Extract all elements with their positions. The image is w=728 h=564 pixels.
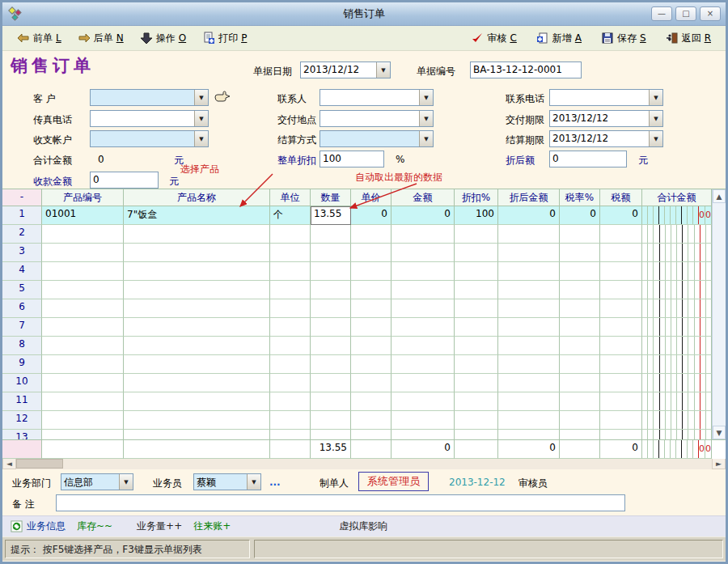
grid-cell[interactable] [560, 225, 600, 244]
grid-cell[interactable] [392, 225, 455, 244]
grid-cell[interactable] [560, 411, 600, 430]
grid-cell[interactable] [455, 244, 498, 262]
discounted-amount-input[interactable]: 0 [549, 151, 627, 168]
doc-no-input[interactable]: BA-13-12-12-0001 [470, 61, 582, 78]
grid-cell[interactable] [351, 281, 392, 299]
order-discount-input[interactable]: 100 [320, 151, 384, 168]
grid-cell[interactable] [392, 281, 455, 299]
grid-cell[interactable] [498, 299, 560, 318]
row-number-cell[interactable]: 1 [2, 206, 42, 225]
fax-select[interactable]: ▼ [90, 110, 209, 127]
grid-cell[interactable] [124, 262, 270, 281]
row-number-cell[interactable]: 3 [2, 244, 42, 262]
contact-select[interactable]: ▼ [320, 89, 434, 106]
grid-cell[interactable] [311, 411, 351, 430]
vertical-scrollbar[interactable]: ▲ ▼ [712, 189, 726, 439]
grid-cell[interactable] [392, 430, 455, 439]
grid-cell[interactable] [42, 318, 124, 337]
delivery-date-select[interactable]: 2013/12/12 ▼ [549, 110, 663, 127]
audit-button[interactable]: 审核C [466, 30, 521, 47]
grid-cell[interactable] [42, 262, 124, 281]
grid-cell[interactable] [498, 244, 560, 262]
received-amount-input[interactable]: 0 [90, 172, 159, 189]
account-select[interactable]: ▼ [90, 130, 209, 147]
return-button[interactable]: 返回R [661, 30, 716, 47]
grid-cell[interactable]: 100 [455, 206, 498, 225]
grid-cell[interactable] [351, 411, 392, 430]
row-number-cell[interactable]: 13 [2, 430, 42, 439]
grid-cell[interactable] [42, 244, 124, 262]
grid-cell[interactable] [560, 281, 600, 299]
grid-cell[interactable] [351, 337, 392, 355]
grid-cell[interactable] [42, 411, 124, 430]
prev-order-button[interactable]: 前单L [12, 30, 66, 47]
grid-cell[interactable] [124, 318, 270, 337]
contact-phone-select[interactable]: ▼ [549, 89, 663, 106]
grid-cell[interactable] [124, 392, 270, 411]
grid-cell[interactable] [498, 225, 560, 244]
row-number-cell[interactable]: 2 [2, 225, 42, 244]
minimize-button[interactable]: — [651, 6, 672, 21]
grid-cell[interactable]: 7"饭盒 [124, 206, 270, 225]
grid-cell[interactable] [124, 430, 270, 439]
grid-cell[interactable] [270, 392, 311, 411]
operation-button[interactable]: 操作O [135, 30, 191, 47]
grid-cell[interactable] [124, 374, 270, 392]
grid-cell[interactable] [311, 337, 351, 355]
grid-cell[interactable] [351, 355, 392, 374]
more-button[interactable]: ... [269, 477, 281, 488]
grid-cell[interactable]: 0 [392, 206, 455, 225]
grid-cell[interactable]: 13.55 [311, 206, 351, 225]
grid-cell[interactable] [351, 374, 392, 392]
chevron-down-icon[interactable]: ▼ [194, 111, 208, 126]
chevron-down-icon[interactable]: ▼ [194, 90, 208, 105]
next-order-button[interactable]: 后单N [73, 30, 129, 47]
chevron-down-icon[interactable]: ▼ [194, 131, 208, 146]
grid-cell[interactable] [124, 411, 270, 430]
grid-cell[interactable] [42, 355, 124, 374]
row-number-cell[interactable]: 5 [2, 281, 42, 299]
chevron-down-icon[interactable]: ▼ [649, 111, 662, 126]
row-number-cell[interactable]: 4 [2, 262, 42, 281]
grid-cell[interactable] [498, 262, 560, 281]
grid-cell[interactable] [351, 318, 392, 337]
grid-cell[interactable] [455, 411, 498, 430]
grid-cell[interactable] [270, 355, 311, 374]
row-number-cell[interactable]: 7 [2, 318, 42, 337]
current-account-link[interactable]: 往来账+ [193, 519, 231, 533]
grid-cell[interactable] [124, 244, 270, 262]
grid-cell[interactable] [560, 392, 600, 411]
grid-cell[interactable] [392, 374, 455, 392]
grid-cell[interactable] [560, 318, 600, 337]
grid-cell[interactable] [270, 262, 311, 281]
grid-cell[interactable] [270, 374, 311, 392]
grid-cell[interactable] [270, 337, 311, 355]
grid-cell[interactable] [455, 337, 498, 355]
grid-cell[interactable]: 0 [498, 206, 560, 225]
scroll-right-icon[interactable]: ► [712, 458, 726, 469]
customer-select[interactable]: ▼ [90, 89, 209, 106]
refresh-icon[interactable] [11, 520, 23, 532]
grid-cell[interactable] [455, 281, 498, 299]
grid-cell[interactable] [311, 374, 351, 392]
grid-cell[interactable] [560, 355, 600, 374]
settle-method-select[interactable]: ▼ [320, 130, 434, 147]
row-number-cell[interactable]: 11 [2, 392, 42, 411]
pointing-hand-icon[interactable] [214, 90, 231, 104]
grid-cell[interactable] [311, 355, 351, 374]
doc-date-select[interactable]: 2013/12/12 ▼ [300, 61, 391, 78]
grid-cell[interactable] [455, 225, 498, 244]
grid-cell[interactable] [560, 374, 600, 392]
grid-cell[interactable] [270, 411, 311, 430]
chevron-down-icon[interactable]: ▼ [247, 474, 260, 490]
grid-cell[interactable] [270, 244, 311, 262]
grid-cell[interactable] [42, 337, 124, 355]
grid-cell[interactable] [42, 374, 124, 392]
dept-select[interactable]: 信息部 ▼ [61, 473, 133, 490]
grid-cell[interactable] [392, 411, 455, 430]
grid-cell[interactable] [455, 299, 498, 318]
row-number-cell[interactable]: 10 [2, 374, 42, 392]
grid-cell[interactable] [498, 430, 560, 439]
grid-cell[interactable] [600, 244, 642, 262]
grid-cell[interactable] [560, 299, 600, 318]
